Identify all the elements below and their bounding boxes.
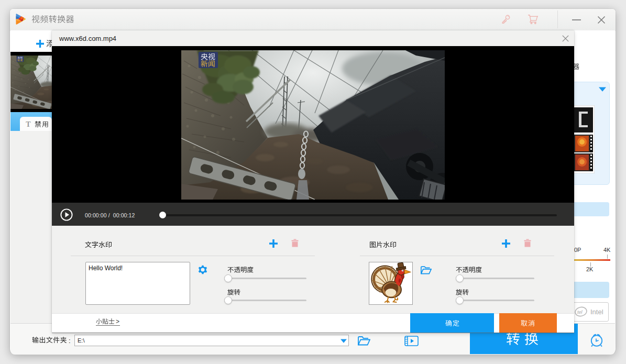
svg-text:Intel: Intel <box>590 308 603 316</box>
svg-text:tel: tel <box>577 310 583 315</box>
